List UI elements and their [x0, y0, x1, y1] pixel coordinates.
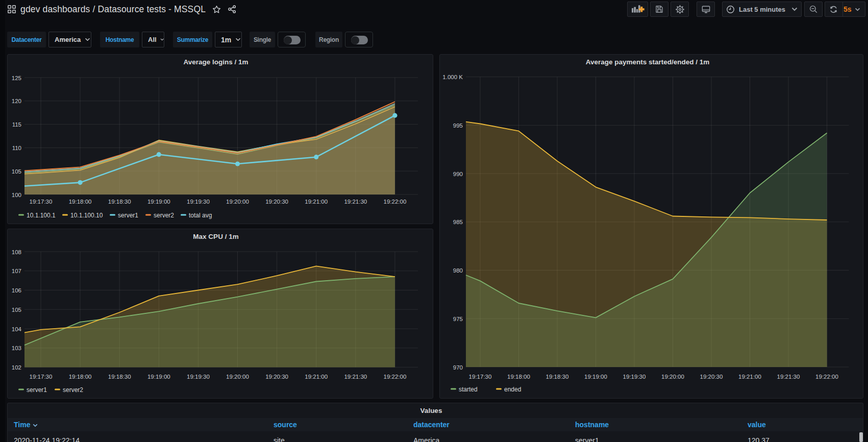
svg-text:19:18:00: 19:18:00 [507, 374, 530, 380]
svg-text:19:19:00: 19:19:00 [147, 374, 170, 380]
svg-text:19:20:00: 19:20:00 [226, 374, 249, 380]
svg-text:10.1.100.1: 10.1.100.1 [27, 212, 56, 219]
svg-text:1.000 K: 1.000 K [442, 74, 463, 80]
svg-text:started: started [459, 386, 478, 393]
svg-text:108: 108 [12, 249, 21, 255]
svg-text:19:17:30: 19:17:30 [469, 374, 492, 380]
svg-text:19:22:00: 19:22:00 [815, 374, 838, 380]
svg-text:19:22:00: 19:22:00 [384, 374, 407, 380]
svg-text:19:19:30: 19:19:30 [623, 374, 646, 380]
svg-text:total avg: total avg [189, 212, 212, 219]
svg-text:125: 125 [12, 75, 21, 81]
svg-text:10.1.100.10: 10.1.100.10 [70, 212, 103, 219]
svg-text:975: 975 [453, 316, 463, 322]
svg-text:19:20:00: 19:20:00 [226, 199, 249, 205]
svg-text:19:17:30: 19:17:30 [30, 199, 53, 205]
svg-text:104: 104 [12, 326, 22, 332]
svg-text:server1: server1 [118, 212, 138, 219]
svg-text:110: 110 [12, 145, 21, 151]
svg-text:19:19:30: 19:19:30 [187, 199, 210, 205]
svg-text:995: 995 [453, 122, 463, 129]
svg-text:19:22:00: 19:22:00 [384, 199, 407, 205]
svg-text:19:19:30: 19:19:30 [187, 374, 210, 380]
svg-text:100: 100 [12, 192, 21, 198]
svg-text:server1: server1 [27, 386, 47, 394]
svg-text:19:20:30: 19:20:30 [265, 374, 288, 380]
svg-text:105: 105 [12, 307, 21, 313]
svg-text:106: 106 [12, 287, 21, 293]
svg-text:980: 980 [453, 267, 463, 274]
svg-text:115: 115 [12, 121, 21, 128]
svg-text:19:21:00: 19:21:00 [305, 199, 328, 205]
svg-text:19:20:30: 19:20:30 [700, 374, 723, 380]
svg-text:19:18:30: 19:18:30 [108, 199, 131, 205]
svg-text:19:17:30: 19:17:30 [30, 374, 53, 380]
svg-text:19:21:00: 19:21:00 [738, 374, 761, 380]
svg-text:server2: server2 [63, 386, 83, 394]
svg-text:985: 985 [453, 219, 463, 225]
svg-text:19:20:30: 19:20:30 [265, 199, 288, 205]
svg-text:19:21:30: 19:21:30 [344, 199, 367, 205]
svg-text:107: 107 [12, 268, 21, 274]
svg-text:19:18:00: 19:18:00 [69, 374, 92, 380]
svg-text:105: 105 [12, 168, 21, 175]
svg-text:970: 970 [453, 364, 463, 371]
svg-text:ended: ended [504, 386, 521, 393]
svg-text:120: 120 [12, 98, 21, 104]
svg-text:19:19:00: 19:19:00 [147, 199, 170, 205]
svg-text:19:19:00: 19:19:00 [584, 374, 607, 380]
svg-text:19:21:30: 19:21:30 [777, 374, 800, 380]
svg-text:19:21:30: 19:21:30 [344, 374, 367, 380]
svg-text:990: 990 [453, 171, 463, 177]
svg-text:19:18:30: 19:18:30 [546, 374, 569, 380]
svg-text:19:18:30: 19:18:30 [108, 374, 131, 380]
svg-text:19:21:00: 19:21:00 [305, 374, 328, 380]
svg-text:103: 103 [12, 345, 21, 351]
svg-text:server2: server2 [154, 212, 174, 219]
svg-text:102: 102 [12, 364, 21, 371]
svg-text:19:18:00: 19:18:00 [69, 199, 92, 205]
svg-text:19:20:00: 19:20:00 [661, 374, 684, 380]
